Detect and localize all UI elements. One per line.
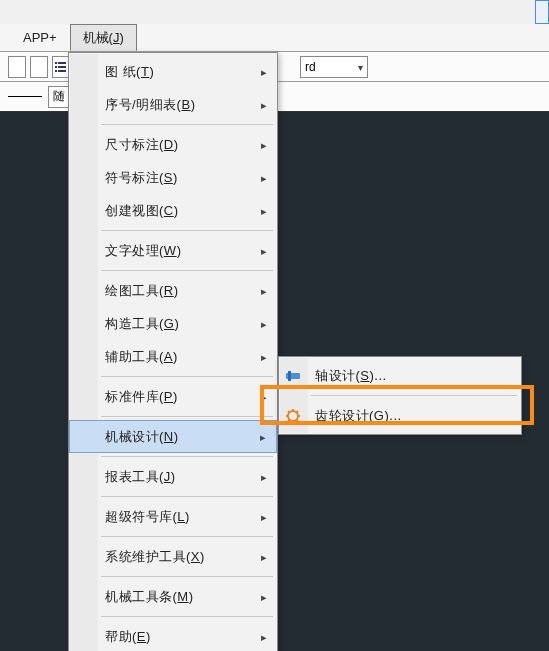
menu-item-label: 系统维护工具(X) xyxy=(105,548,205,566)
menu-item-2[interactable]: 尺寸标注(D)▸ xyxy=(69,128,277,161)
menu-app-plus-label: APP+ xyxy=(23,30,57,45)
submenu-item-label: 齿轮设计(G)... xyxy=(315,407,402,425)
menu-separator xyxy=(101,576,273,577)
menu-item-label: 绘图工具(R) xyxy=(105,282,179,300)
menu-item-9[interactable]: 标准件库(P)▸ xyxy=(69,380,277,413)
menu-separator xyxy=(101,230,273,231)
toolbar-dropdown-linestyle-value: 随 xyxy=(53,88,65,105)
menu-item-label: 机械工具条(M) xyxy=(105,588,194,606)
menu-item-12[interactable]: 超级符号库(L)▸ xyxy=(69,500,277,533)
menu-separator xyxy=(101,536,273,537)
menu-item-label: 图 纸(T) xyxy=(105,63,154,81)
menu-item-3[interactable]: 符号标注(S)▸ xyxy=(69,161,277,194)
menu-separator xyxy=(101,124,273,125)
svg-rect-0 xyxy=(55,62,57,64)
menu-separator xyxy=(101,616,273,617)
submenu-item-label: 轴设计(S)... xyxy=(315,367,387,385)
menu-separator xyxy=(101,456,273,457)
menu-item-label: 报表工具(J) xyxy=(105,468,176,486)
menu-item-7[interactable]: 构造工具(G)▸ xyxy=(69,307,277,340)
submenu-arrow-icon: ▸ xyxy=(261,350,268,363)
menu-mechanical-dropdown: 图 纸(T)▸序号/明细表(B)▸尺寸标注(D)▸符号标注(S)▸创建视图(C)… xyxy=(68,52,278,651)
menu-item-label: 文字处理(W) xyxy=(105,242,181,260)
submenu-arrow-icon: ▸ xyxy=(261,65,268,78)
submenu-mech-design: 轴设计(S)...齿轮设计(G)... xyxy=(278,356,522,435)
chevron-down-icon: ▾ xyxy=(358,61,363,72)
menu-item-0[interactable]: 图 纸(T)▸ xyxy=(69,55,277,88)
menu-item-13[interactable]: 系统维护工具(X)▸ xyxy=(69,540,277,573)
submenu-arrow-icon: ▸ xyxy=(261,244,268,257)
menu-separator xyxy=(101,270,273,271)
toolbar-dropdown-1[interactable]: rd ▾ xyxy=(300,56,368,78)
menu-separator xyxy=(101,496,273,497)
menu-item-label: 标准件库(P) xyxy=(105,388,178,406)
menu-item-4[interactable]: 创建视图(C)▸ xyxy=(69,194,277,227)
submenu-arrow-icon: ▸ xyxy=(261,317,268,330)
menubar: APP+ 机械(J) xyxy=(0,24,549,52)
menu-item-label: 创建视图(C) xyxy=(105,202,179,220)
window-control-fragment xyxy=(535,0,549,24)
menu-item-label: 超级符号库(L) xyxy=(105,508,190,526)
toolbar-btn-1[interactable] xyxy=(8,56,26,78)
submenu-arrow-icon: ▸ xyxy=(261,630,268,643)
toolbar-dropdown-1-value: rd xyxy=(305,60,316,74)
submenu-item-1[interactable]: 齿轮设计(G)... xyxy=(279,399,521,432)
menu-item-label: 符号标注(S) xyxy=(105,169,178,187)
menu-app-plus[interactable]: APP+ xyxy=(10,24,70,51)
submenu-arrow-icon: ▸ xyxy=(261,171,268,184)
menu-separator xyxy=(101,416,273,417)
menu-item-6[interactable]: 绘图工具(R)▸ xyxy=(69,274,277,307)
menu-item-10[interactable]: 机械设计(N)▸ xyxy=(69,420,277,453)
submenu-arrow-icon: ▸ xyxy=(261,590,268,603)
menu-item-label: 尺寸标注(D) xyxy=(105,136,179,154)
menu-item-11[interactable]: 报表工具(J)▸ xyxy=(69,460,277,493)
submenu-arrow-icon: ▸ xyxy=(261,284,268,297)
submenu-arrow-icon: ▸ xyxy=(260,430,267,443)
menu-item-5[interactable]: 文字处理(W)▸ xyxy=(69,234,277,267)
menu-item-label: 辅助工具(A) xyxy=(105,348,178,366)
menu-item-label: 构造工具(G) xyxy=(105,315,179,333)
toolbar-btn-2[interactable] xyxy=(30,56,48,78)
menu-separator xyxy=(101,376,273,377)
shaft-icon xyxy=(285,368,301,384)
submenu-separator xyxy=(311,395,517,396)
menu-item-label: 帮助(E) xyxy=(105,628,151,646)
submenu-arrow-icon: ▸ xyxy=(261,510,268,523)
submenu-arrow-icon: ▸ xyxy=(261,138,268,151)
submenu-arrow-icon: ▸ xyxy=(261,204,268,217)
menu-item-8[interactable]: 辅助工具(A)▸ xyxy=(69,340,277,373)
submenu-arrow-icon: ▸ xyxy=(261,470,268,483)
list-icon xyxy=(53,59,69,75)
svg-rect-5 xyxy=(58,70,66,72)
gear-icon xyxy=(285,408,301,424)
submenu-arrow-icon: ▸ xyxy=(261,550,268,563)
svg-rect-2 xyxy=(55,70,57,72)
svg-rect-7 xyxy=(288,371,291,381)
submenu-arrow-icon: ▸ xyxy=(261,98,268,111)
svg-rect-3 xyxy=(58,62,66,64)
svg-rect-4 xyxy=(58,66,66,68)
menu-item-label: 机械设计(N) xyxy=(105,428,179,446)
menu-item-14[interactable]: 机械工具条(M)▸ xyxy=(69,580,277,613)
menu-mechanical-label: 机械(J) xyxy=(83,29,124,47)
menu-mechanical[interactable]: 机械(J) xyxy=(70,24,137,51)
svg-rect-1 xyxy=(55,66,57,68)
menu-item-1[interactable]: 序号/明细表(B)▸ xyxy=(69,88,277,121)
menu-item-label: 序号/明细表(B) xyxy=(105,96,195,114)
line-style-preview-icon xyxy=(8,96,42,97)
submenu-item-0[interactable]: 轴设计(S)... xyxy=(279,359,521,392)
menu-item-15[interactable]: 帮助(E)▸ xyxy=(69,620,277,651)
submenu-arrow-icon: ▸ xyxy=(261,390,268,403)
